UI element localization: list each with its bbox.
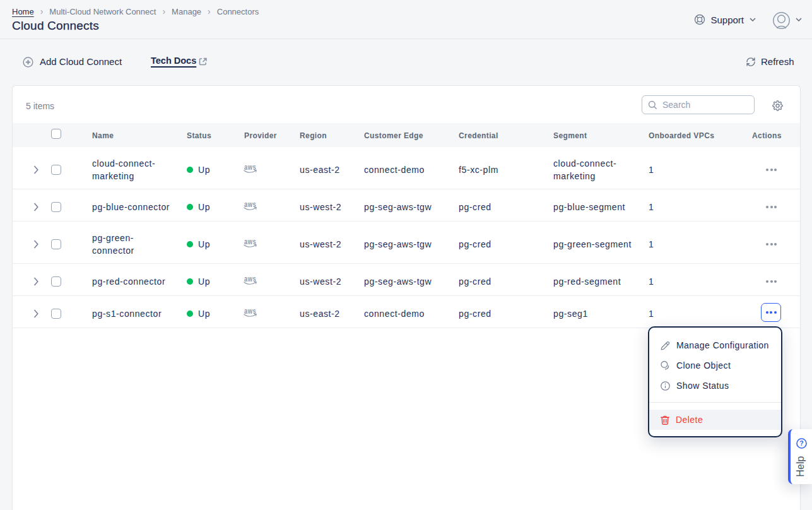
svg-text:aws: aws	[244, 201, 256, 208]
svg-text:?: ?	[799, 439, 803, 447]
svg-text:aws: aws	[244, 307, 256, 315]
svg-text:aws: aws	[244, 163, 256, 171]
svg-text:aws: aws	[244, 238, 256, 246]
svg-text:aws: aws	[244, 275, 256, 283]
